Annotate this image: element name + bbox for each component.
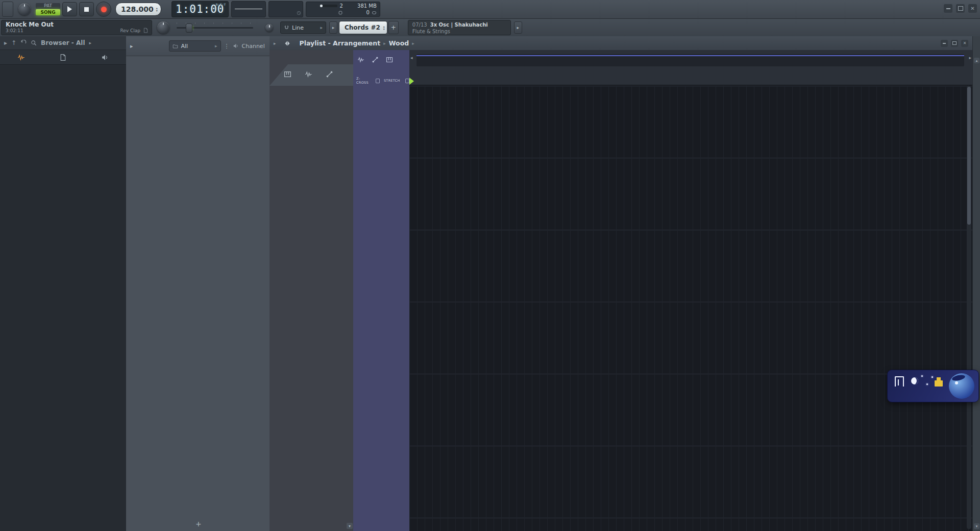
- timeline-ruler[interactable]: [409, 68, 972, 85]
- track-link-icon[interactable]: [372, 56, 379, 63]
- rack-collapse-arrow[interactable]: ▸: [130, 43, 133, 50]
- tab-plugins[interactable]: [84, 50, 126, 64]
- moon-icon: [911, 377, 918, 384]
- add-pattern-button[interactable]: +: [388, 21, 399, 34]
- stretch-checkbox[interactable]: [405, 79, 409, 83]
- zcross-checkbox[interactable]: [376, 79, 380, 83]
- hint-context-icon: [143, 28, 149, 33]
- playlist-minimize-button[interactable]: [941, 40, 948, 47]
- snap-selector[interactable]: Line ▸: [280, 21, 326, 34]
- channel-rack-header: ▸ All ▸ ⋮ Channel: [126, 36, 270, 56]
- browser-list: [0, 65, 126, 67]
- window-controls: ✕: [944, 4, 977, 13]
- playlist-overview-bar[interactable]: ◂ ▸: [409, 50, 972, 68]
- pattern-selector[interactable]: Chords #2 ▴▾: [339, 21, 387, 34]
- close-button[interactable]: ✕: [968, 4, 977, 13]
- picker-patterns-icon[interactable]: [284, 70, 291, 78]
- play-button[interactable]: [62, 2, 77, 16]
- maximize-button[interactable]: [956, 4, 965, 13]
- track-header-column: Z-CROSS STRETCH: [353, 50, 410, 531]
- artwork-overlay: [887, 370, 979, 402]
- edge-scroll-down[interactable]: ▾: [974, 523, 979, 529]
- hint-context: Rev Clap: [120, 28, 140, 33]
- clip-picker-panel: ▾: [270, 50, 353, 531]
- picker-automation-icon[interactable]: [326, 70, 333, 78]
- browser-panel: ▸ ↑ Browser - All ▸: [0, 36, 127, 531]
- browser-tabs: [0, 50, 126, 65]
- playlist-menu-arrow[interactable]: ▸: [274, 41, 276, 46]
- playlist-close-button[interactable]: ✕: [961, 40, 968, 47]
- pattern-spinner[interactable]: ▴▾: [383, 25, 385, 30]
- star-icon: [926, 383, 928, 385]
- pattern-name: Chords #2: [345, 24, 380, 31]
- news-panel[interactable]: [268, 1, 303, 17]
- channel-filter-dropdown[interactable]: All ▸: [169, 40, 221, 52]
- browser-collapse-arrow[interactable]: ▸: [4, 39, 7, 46]
- project-title: Knock Me Out: [6, 21, 148, 28]
- record-button[interactable]: [96, 2, 111, 17]
- pat-mode-label[interactable]: PAT: [36, 3, 60, 9]
- browser-back-icon[interactable]: [20, 40, 27, 46]
- filter-folder-icon: [173, 43, 178, 49]
- master-pitch-knob[interactable]: [157, 21, 169, 34]
- snap-icon: [284, 25, 289, 31]
- swing-knob[interactable]: [265, 24, 273, 32]
- snap-value: Line: [292, 25, 304, 31]
- secondary-toolbar: Knock Me Out 3:02:11 Rev Clap Line ▸ ▸ C…: [0, 19, 980, 37]
- scrollbar-thumb[interactable]: [967, 87, 971, 225]
- plugin-info-panel[interactable]: 07/133x Osc | Shakuhachi Flute & Strings: [408, 20, 511, 35]
- plugin-index: 07/13: [412, 22, 427, 28]
- plugin-next-button[interactable]: ▸: [514, 21, 522, 34]
- playlist-preview-speaker-icon[interactable]: [282, 38, 292, 49]
- play-icon: [67, 6, 72, 12]
- stop-button[interactable]: [79, 2, 94, 16]
- cpu-ring-icon: [372, 10, 377, 15]
- tempo-spinner[interactable]: ▴▾: [156, 7, 158, 12]
- chip-icon: [338, 10, 343, 15]
- rack-menu-dots[interactable]: ⋮: [224, 43, 230, 50]
- picker-audio-icon[interactable]: [305, 70, 312, 78]
- overview-scroll-left[interactable]: ◂: [410, 55, 413, 60]
- channel-rack: ▸ All ▸ ⋮ Channel +: [126, 36, 270, 531]
- browser-title-arrow[interactable]: ▸: [89, 40, 92, 45]
- playlist-grid[interactable]: ◂ ▸: [409, 50, 972, 531]
- tab-waveform[interactable]: [0, 50, 42, 64]
- browser-header: ▸ ↑ Browser - All ▸: [0, 36, 126, 50]
- track-audio-icon[interactable]: [357, 56, 364, 63]
- song-mode-label[interactable]: SONG: [36, 9, 60, 15]
- slider-handle[interactable]: [186, 23, 192, 33]
- record-icon: [101, 7, 107, 12]
- add-channel-button[interactable]: +: [195, 520, 202, 528]
- picker-scroll-down[interactable]: ▾: [347, 523, 353, 529]
- pattern-menu-button[interactable]: ▸: [329, 21, 337, 34]
- cpu-memory-panel: 2 381 MB 0: [306, 2, 380, 17]
- stop-icon: [84, 7, 89, 12]
- playhead-marker[interactable]: [409, 78, 414, 85]
- hint-knob[interactable]: [18, 3, 31, 15]
- breadcrumb-arrow-2: ▸: [412, 41, 414, 46]
- filter-dropdown-arrow: ▸: [215, 43, 217, 49]
- online-panel[interactable]: [231, 1, 266, 17]
- star-icon: [932, 376, 933, 378]
- master-volume-slider[interactable]: [177, 23, 253, 32]
- overview-scroll-right[interactable]: ▸: [969, 55, 971, 60]
- playlist-title: Playlist - Arrangement: [300, 39, 381, 47]
- playlist-maximize-button[interactable]: [951, 40, 958, 47]
- track-piano-icon[interactable]: [386, 56, 393, 63]
- snap-dropdown-arrow: ▸: [320, 25, 323, 30]
- pat-song-toggle[interactable]: PAT SONG: [36, 3, 60, 15]
- playlist-vertical-scrollbar[interactable]: [967, 86, 971, 529]
- browser-up-icon[interactable]: ↑: [11, 39, 16, 46]
- browser-search-icon[interactable]: [31, 40, 37, 46]
- time-display[interactable]: B:S:T 1:01:00: [172, 1, 229, 17]
- edge-scroll-up[interactable]: ▴: [974, 58, 979, 63]
- character-art: [949, 373, 974, 399]
- hint-panel: Knock Me Out 3:02:11 Rev Clap: [1, 20, 152, 35]
- rack-speaker-icon[interactable]: [233, 43, 239, 49]
- minimize-button[interactable]: [944, 4, 952, 13]
- overview-minimap[interactable]: [416, 54, 964, 66]
- main-toolbar: PAT SONG 128.000 ▴▾ B:S:T 1:01:00 2 381 …: [0, 0, 980, 19]
- tab-files[interactable]: [42, 50, 84, 64]
- tempo-display[interactable]: 128.000 ▴▾: [115, 3, 161, 16]
- pagoda-icon: [895, 376, 904, 387]
